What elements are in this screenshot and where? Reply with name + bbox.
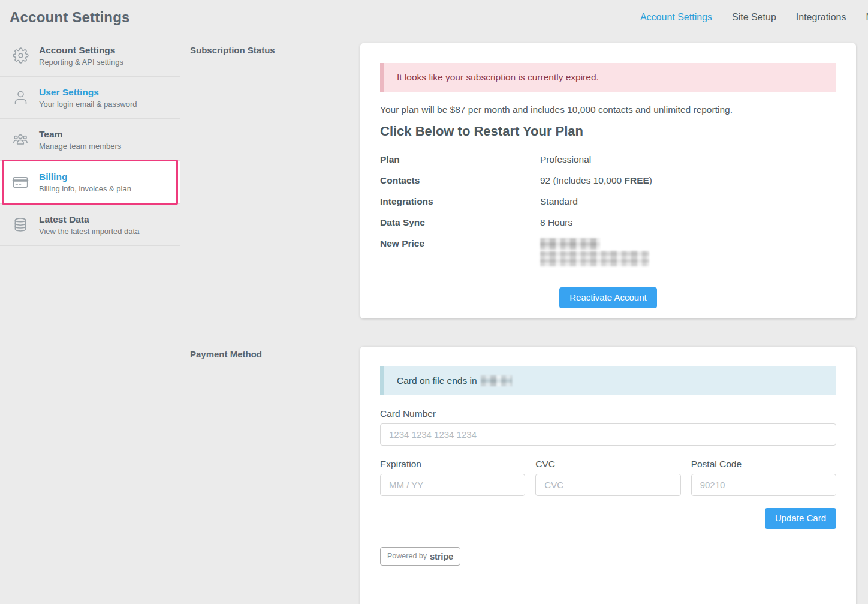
card-on-file-alert: Card on file ends in [380, 366, 836, 395]
card-on-file-text: Card on file ends in [397, 375, 477, 386]
sidebar-item-billing[interactable]: Billing Billing info, invoices & plan [0, 161, 180, 204]
sidebar-item-subtitle: View the latest imported data [39, 227, 139, 236]
nav-integrations[interactable]: Integrations [796, 12, 846, 23]
database-icon [10, 217, 31, 233]
reactivate-account-button[interactable]: Reactivate Account [559, 287, 656, 308]
update-card-button[interactable]: Update Card [765, 508, 836, 529]
powered-by-stripe-badge[interactable]: Powered by stripe [380, 547, 460, 566]
expired-alert: It looks like your subscription is curre… [380, 63, 836, 92]
header: Account Settings Account Settings Site S… [0, 0, 868, 34]
cvc-label: CVC [535, 459, 680, 470]
postal-code-input[interactable] [691, 474, 836, 496]
gear-icon [10, 47, 31, 64]
card-number-label: Card Number [380, 408, 836, 419]
expiration-label: Expiration [380, 459, 525, 470]
sidebar: Account Settings Reporting & API setting… [0, 35, 180, 604]
expired-alert-text: It looks like your subscription is curre… [397, 72, 599, 83]
redacted-price-line-2 [540, 251, 649, 266]
powered-by-text: Powered by [387, 552, 427, 560]
sidebar-item-title: Billing [39, 171, 131, 182]
stripe-logo: stripe [430, 551, 453, 561]
sidebar-item-title: Latest Data [39, 214, 139, 225]
subscription-status-label: Subscription Status [190, 45, 275, 55]
sidebar-item-title: User Settings [39, 86, 137, 98]
card-number-input[interactable] [380, 423, 836, 446]
sidebar-item-latest-data[interactable]: Latest Data View the latest imported dat… [0, 204, 180, 246]
table-row-contacts: Contacts 92 (Includes 10,000 FREE) [380, 170, 836, 191]
sidebar-item-title: Team [39, 128, 121, 140]
user-icon [10, 89, 31, 106]
plan-details-table: Plan Professional Contacts 92 (Includes … [380, 149, 836, 271]
postal-code-label: Postal Code [691, 459, 836, 470]
page-title: Account Settings [10, 0, 130, 34]
restart-plan-heading: Click Below to Restart Your Plan [380, 124, 836, 139]
nav-site-setup[interactable]: Site Setup [732, 12, 776, 23]
table-row-new-price: New Price [380, 233, 836, 271]
credit-card-icon [10, 174, 31, 191]
subscription-card: It looks like your subscription is curre… [360, 43, 856, 318]
expiration-input[interactable] [380, 474, 525, 496]
main-content: Subscription Status It looks like your s… [180, 34, 868, 604]
sidebar-item-user-settings[interactable]: User Settings Your login email & passwor… [0, 77, 180, 119]
sidebar-item-title: Account Settings [39, 44, 123, 56]
sidebar-item-team[interactable]: Team Manage team members [0, 119, 180, 161]
table-row-data-sync: Data Sync 8 Hours [380, 212, 836, 233]
sidebar-item-subtitle: Reporting & API settings [39, 58, 123, 67]
nav-account-settings[interactable]: Account Settings [640, 12, 712, 23]
table-row-integrations: Integrations Standard [380, 191, 836, 212]
plan-summary-text: Your plan will be $87 per month and incl… [380, 104, 836, 115]
table-row-plan: Plan Professional [380, 149, 836, 170]
redacted-price-line-1 [540, 238, 600, 250]
team-icon [10, 131, 31, 148]
cvc-input[interactable] [535, 474, 680, 496]
sidebar-item-subtitle: Your login email & password [39, 100, 137, 109]
sidebar-item-subtitle: Manage team members [39, 142, 121, 151]
redacted-card-digits [481, 375, 512, 386]
payment-method-label: Payment Method [190, 349, 262, 359]
nav-truncated[interactable]: N [866, 12, 868, 23]
sidebar-item-subtitle: Billing info, invoices & plan [39, 184, 131, 193]
sidebar-item-account-settings[interactable]: Account Settings Reporting & API setting… [0, 35, 180, 77]
payment-card: Card on file ends in Card Number Expirat… [360, 347, 856, 604]
top-nav: Account Settings Site Setup Integrations… [640, 0, 868, 34]
